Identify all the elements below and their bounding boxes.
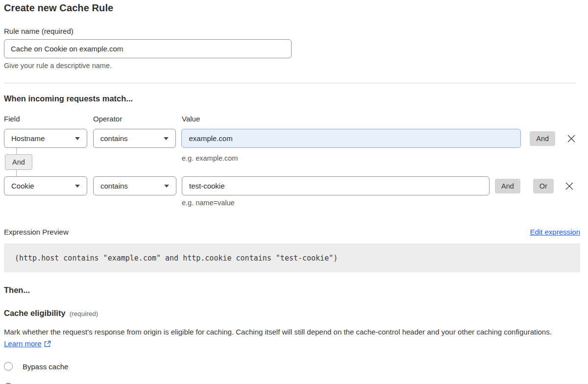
field-select-1[interactable]: Hostname bbox=[4, 129, 87, 148]
expression-preview-block: (http.host contains "example.com" and ht… bbox=[4, 243, 580, 272]
value-hint-2: e.g. name=value bbox=[182, 199, 576, 207]
operator-column-label: Operator bbox=[93, 115, 176, 123]
rule-name-label: Rule name (required) bbox=[4, 27, 576, 35]
cache-eligibility-heading-row: Cache eligibility (required) bbox=[4, 309, 576, 318]
required-note: (required) bbox=[70, 310, 98, 317]
close-icon bbox=[567, 134, 576, 143]
page-title: Create new Cache Rule bbox=[4, 2, 576, 14]
section-divider bbox=[4, 83, 576, 83]
learn-more-link[interactable]: Learn more bbox=[4, 339, 42, 348]
description-text: Mark whether the request’s response from… bbox=[4, 328, 552, 336]
close-icon bbox=[565, 182, 574, 191]
cache-eligibility-heading: Cache eligibility bbox=[4, 309, 66, 318]
chevron-down-icon bbox=[164, 137, 169, 140]
then-heading: Then... bbox=[4, 286, 576, 295]
expression-preview-header: Expression Preview Edit expression bbox=[4, 228, 580, 236]
chevron-down-icon bbox=[164, 185, 169, 188]
condition-connector-area: And e.g. example.com bbox=[4, 148, 576, 176]
value-hint-1: e.g. example.com bbox=[182, 154, 238, 162]
remove-condition-button-1[interactable] bbox=[566, 134, 576, 144]
match-heading: When incoming requests match... bbox=[4, 94, 576, 103]
rule-name-input[interactable] bbox=[4, 39, 292, 58]
create-cache-rule-page: Create new Cache Rule Rule name (require… bbox=[0, 0, 584, 384]
chevron-down-icon bbox=[75, 137, 80, 140]
match-column-headers: Field Operator Value bbox=[4, 115, 576, 123]
value-column-label: Value bbox=[182, 115, 200, 123]
field-select-2-value: Cookie bbox=[11, 182, 34, 190]
edit-expression-link[interactable]: Edit expression bbox=[530, 228, 580, 236]
chevron-down-icon bbox=[75, 185, 80, 188]
match-row-1: Hostname contains And bbox=[4, 129, 576, 148]
external-link-icon bbox=[44, 340, 51, 347]
add-and-condition-button-2[interactable]: And bbox=[495, 179, 520, 193]
operator-select-1[interactable]: contains bbox=[93, 129, 176, 148]
value-input-1[interactable] bbox=[181, 129, 521, 148]
radio-label: Bypass cache bbox=[23, 362, 68, 371]
field-select-2[interactable]: Cookie bbox=[4, 176, 87, 195]
value-input-2[interactable] bbox=[182, 176, 490, 195]
radio-icon[interactable] bbox=[4, 362, 13, 371]
radio-option-bypass-cache[interactable]: Bypass cache bbox=[4, 362, 576, 371]
operator-select-2[interactable]: contains bbox=[93, 176, 176, 195]
remove-condition-button-2[interactable] bbox=[564, 181, 574, 191]
add-and-condition-button-1[interactable]: And bbox=[530, 131, 555, 146]
rule-name-helper: Give your rule a descriptive name. bbox=[4, 62, 576, 70]
match-row-2: Cookie contains And Or bbox=[4, 176, 576, 195]
field-column-label: Field bbox=[4, 115, 87, 123]
expression-code: (http.host contains "example.com" and ht… bbox=[15, 254, 338, 263]
expression-preview-label: Expression Preview bbox=[4, 228, 69, 236]
operator-select-1-value: contains bbox=[100, 134, 128, 143]
operator-select-2-value: contains bbox=[100, 182, 128, 190]
cache-eligibility-description: Mark whether the request’s response from… bbox=[4, 326, 572, 350]
field-select-1-value: Hostname bbox=[11, 134, 45, 143]
add-or-condition-button-2[interactable]: Or bbox=[533, 179, 554, 193]
and-connector-chip[interactable]: And bbox=[5, 154, 32, 170]
